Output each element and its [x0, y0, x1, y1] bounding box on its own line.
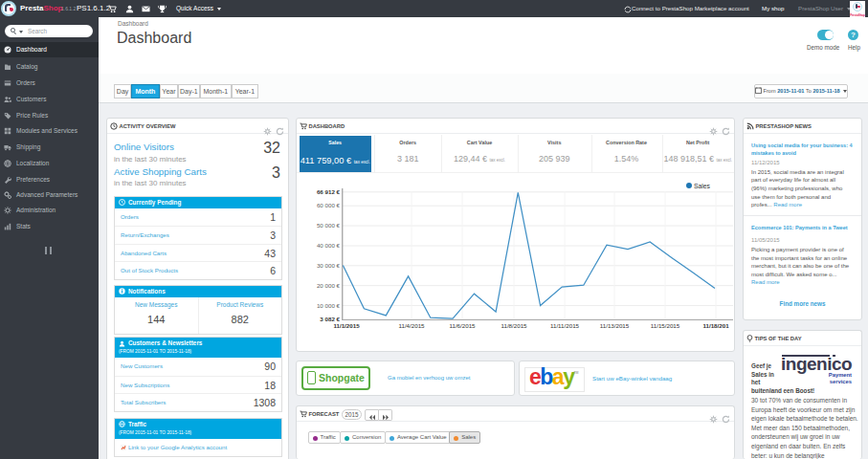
svg-text:50 000 €: 50 000 €	[317, 222, 341, 229]
svg-text:10 000 €: 10 000 €	[317, 302, 341, 309]
svg-text:11/13/2015: 11/13/2015	[600, 322, 630, 329]
svg-text:11/11/2015: 11/11/2015	[550, 322, 580, 329]
svg-text:20 000 €: 20 000 €	[317, 282, 341, 289]
svg-text:11/15/2015: 11/15/2015	[651, 322, 680, 329]
svg-text:Sales: Sales	[694, 183, 711, 189]
svg-text:30 000 €: 30 000 €	[317, 262, 341, 269]
svg-text:40 000 €: 40 000 €	[317, 242, 341, 249]
svg-text:11/18/201: 11/18/201	[702, 322, 729, 329]
svg-text:66 912 €: 66 912 €	[317, 188, 341, 195]
svg-text:11/4/2015: 11/4/2015	[398, 322, 425, 329]
svg-text:11/1/2015: 11/1/2015	[333, 322, 360, 329]
svg-text:11/8/2015: 11/8/2015	[501, 322, 527, 329]
svg-text:11/6/2015: 11/6/2015	[449, 322, 476, 329]
svg-text:60 000 €: 60 000 €	[317, 202, 341, 208]
